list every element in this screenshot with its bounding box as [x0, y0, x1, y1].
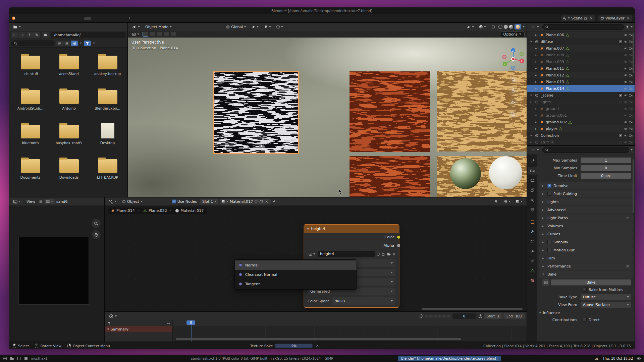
outliner-row[interactable]: player: [527, 125, 635, 132]
transport-button[interactable]: [429, 315, 433, 317]
editor-type-button[interactable]: [529, 147, 541, 153]
path-input[interactable]: /home/amalie/: [51, 32, 125, 38]
filter-funnel-icon[interactable]: [626, 25, 629, 29]
transport-button[interactable]: [442, 315, 446, 317]
disclosure-icon[interactable]: ▾: [107, 327, 109, 331]
tab-tool[interactable]: [528, 157, 537, 165]
hide-toggle-eye-icon[interactable]: [624, 100, 628, 104]
tab-render[interactable]: [528, 167, 537, 175]
properties-section[interactable]: ▸ Volumes: [539, 222, 633, 230]
viewport-canvas[interactable]: User Perspective (0) Collection | Plane.…: [128, 38, 527, 197]
options-button[interactable]: Options: [500, 32, 525, 37]
material-selector[interactable]: Material.017 ×: [220, 199, 271, 204]
funnel-icon[interactable]: [107, 321, 111, 325]
render-toggle-camera-icon[interactable]: [629, 87, 633, 90]
workspace-tab[interactable]: [57, 17, 64, 20]
image-editor-canvas[interactable]: [9, 205, 104, 342]
property-value-field[interactable]: 1: [581, 158, 631, 163]
folder-item[interactable]: Documents: [11, 155, 50, 188]
horizontal-scrollbar[interactable]: [422, 308, 523, 310]
property-value-field[interactable]: 0: [581, 165, 631, 171]
blender-logo-icon[interactable]: [11, 16, 16, 20]
zoom-button[interactable]: [92, 219, 101, 228]
terminal-app-icon[interactable]: [17, 356, 21, 361]
workspace-tab[interactable]: [77, 17, 84, 20]
file-browser-menu[interactable]: [24, 26, 29, 28]
hide-toggle-eye-icon[interactable]: [624, 40, 628, 44]
topbar-menu[interactable]: [38, 17, 43, 19]
properties-section[interactable]: ▸ Lights: [539, 198, 633, 205]
texture-slot-1[interactable]: [143, 32, 148, 37]
render-toggle-camera-icon[interactable]: [629, 47, 633, 50]
image-datablock-selector[interactable]: [44, 199, 55, 204]
render-toggle-camera-icon[interactable]: [629, 127, 633, 131]
hide-toggle-eye-icon[interactable]: [624, 134, 628, 137]
section-checkbox[interactable]: [547, 192, 551, 196]
editor-type-button[interactable]: [107, 313, 119, 319]
editor-type-button[interactable]: [11, 24, 23, 30]
remove-viewlayer-button[interactable]: ×: [626, 16, 630, 20]
disclosure-icon[interactable]: [535, 33, 539, 37]
workspace-tab[interactable]: [91, 17, 98, 20]
orthographic-toggle-button[interactable]: [509, 109, 518, 118]
render-toggle-camera-icon[interactable]: [629, 60, 633, 64]
folder-item[interactable]: acers3fand: [50, 51, 88, 84]
render-toggle-camera-icon[interactable]: [629, 40, 633, 44]
tab-particles[interactable]: [528, 238, 537, 245]
show-gizmo-dropdown[interactable]: [465, 24, 476, 29]
disclosure-icon[interactable]: [535, 60, 539, 63]
editor-type-button[interactable]: [107, 199, 119, 204]
workspace-tab[interactable]: [64, 17, 71, 20]
texture-slot-3[interactable]: [157, 32, 162, 37]
mesh-data-icon[interactable]: [566, 47, 569, 50]
render-toggle-camera-icon[interactable]: [629, 67, 633, 70]
bake-type-dropdown[interactable]: Diffuse: [581, 294, 631, 300]
filter-dropdown-icon[interactable]: [631, 26, 633, 27]
shader-editor-menu[interactable]: [164, 200, 169, 202]
outliner-row[interactable]: Plane.007: [527, 45, 635, 52]
folder-item[interactable]: BlenderExpo...: [88, 85, 127, 119]
hide-toggle-eye-icon[interactable]: [624, 120, 628, 124]
back-button[interactable]: ←: [11, 32, 18, 38]
disclosure-icon[interactable]: [535, 73, 539, 77]
editor-type-button[interactable]: [529, 24, 541, 30]
display-thumbnails-button[interactable]: [71, 41, 78, 46]
disclosure-icon[interactable]: [530, 140, 534, 144]
outliner-row[interactable]: ground: [527, 105, 635, 112]
timeline-menu[interactable]: [138, 315, 143, 317]
open-image-icon[interactable]: [387, 252, 391, 256]
add-workspace-button[interactable]: +: [124, 14, 134, 22]
forward-button[interactable]: →: [18, 32, 25, 38]
properties-options-dropdown-icon[interactable]: [631, 149, 633, 150]
collection-checkbox[interactable]: [619, 134, 623, 137]
new-scene-icon[interactable]: [584, 16, 588, 20]
shading-wireframe-button[interactable]: [498, 25, 502, 29]
transport-button[interactable]: [447, 315, 450, 317]
unlink-scene-button[interactable]: ×: [589, 16, 593, 20]
display-list-vertical-button[interactable]: [56, 41, 63, 46]
render-toggle-camera-icon[interactable]: [629, 120, 633, 124]
snap-toggle[interactable]: [262, 24, 273, 29]
mesh-data-icon[interactable]: [566, 87, 569, 90]
shader-editor-menu[interactable]: [158, 200, 163, 202]
pan-button[interactable]: [509, 86, 518, 96]
image-browse-dropdown[interactable]: [307, 251, 317, 257]
folder-item[interactable]: EFI_BACKUP: [88, 155, 127, 188]
camera-view-button[interactable]: [509, 98, 518, 107]
outliner-row[interactable]: stuff 3: [527, 139, 635, 145]
outliner-row[interactable]: Plane.008: [527, 52, 635, 58]
slot-dropdown[interactable]: Slot 1: [200, 199, 218, 204]
disclosure-icon[interactable]: [535, 80, 539, 83]
viewport-menu[interactable]: [175, 26, 180, 28]
cancel-job-button[interactable]: ×: [315, 344, 319, 348]
viewport-menu[interactable]: [187, 26, 192, 28]
folder-item[interactable]: Arduino: [50, 85, 88, 119]
shader-editor-menu[interactable]: [152, 200, 157, 202]
editor-type-button[interactable]: [130, 24, 142, 30]
app-menu-icon[interactable]: [3, 356, 7, 361]
render-toggle-camera-icon[interactable]: [629, 114, 633, 117]
pin-icon[interactable]: [272, 200, 276, 203]
disclosure-icon[interactable]: [535, 107, 539, 110]
render-toggle-camera-icon[interactable]: [629, 53, 633, 57]
refresh-button[interactable]: ↻: [33, 32, 40, 38]
